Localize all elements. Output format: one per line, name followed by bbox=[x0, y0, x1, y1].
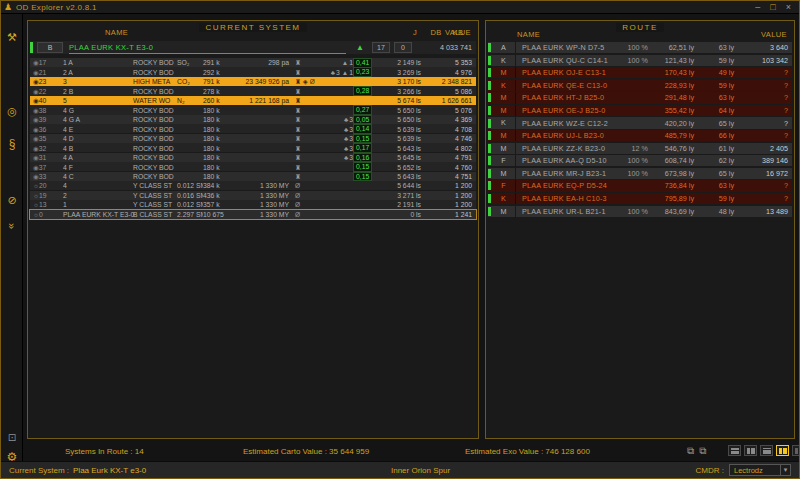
body-temperature: 291 k bbox=[203, 58, 235, 67]
body-id: ◉39 bbox=[33, 115, 63, 124]
body-row[interactable]: ☼13 1 Y CLASS ST 0.012 SM 357 k 1 330 MY… bbox=[30, 200, 476, 209]
body-temperature: 436 k bbox=[203, 191, 235, 200]
route-headers: NAME VALUE bbox=[487, 30, 793, 40]
body-row[interactable]: ◉32 4 B ROCKY BOD 180 k ♜♣3 0,17 5 643 l… bbox=[30, 143, 476, 152]
route-star-class: K bbox=[492, 80, 516, 91]
body-distance: 5 639 ls bbox=[381, 125, 427, 134]
export-icon[interactable]: ⧉ bbox=[687, 445, 694, 457]
route-star-class: M bbox=[492, 206, 516, 217]
body-name: 3 bbox=[63, 77, 133, 86]
current-system-headers: NAME J DB KB VALUE bbox=[29, 28, 477, 38]
route-row[interactable]: M PLAA EURK ZZ-K B23-0 12 % 546,76 ly 61… bbox=[488, 143, 792, 154]
cmdr-select[interactable]: Lectrodz ▾ bbox=[729, 464, 791, 476]
current-system-panel: CURRENT SYSTEM NAME J DB KB VALUE B PLAA… bbox=[27, 20, 479, 439]
body-distance: 5 643 ls bbox=[381, 144, 427, 153]
route-row[interactable]: F PLAA EURK AA-Q D5-10 100 % 608,74 ly 6… bbox=[488, 155, 792, 166]
body-id-number: 39 bbox=[39, 116, 47, 123]
body-row[interactable]: ◉31 4 A ROCKY BOD 180 k ♜♣3 0,16 5 645 l… bbox=[30, 153, 476, 162]
body-gravity: 0,15 bbox=[353, 172, 372, 182]
body-row[interactable]: ☼20 4 Y CLASS ST 0.012 SM 384 k 1 330 MY… bbox=[30, 181, 476, 190]
close-icon[interactable]: × bbox=[786, 1, 791, 14]
bio-signals: ♣3 bbox=[344, 134, 353, 143]
route-system-name: PLAA EURK EA-H C10-3 bbox=[516, 193, 604, 204]
pickaxe-icon[interactable]: ⚒ bbox=[1, 30, 23, 44]
route-distance: 170,43 ly bbox=[652, 67, 698, 78]
body-row[interactable]: ◉40 5 WATER WO N₂ 260 k 1 221 168 pa ♜ 5… bbox=[30, 96, 476, 105]
dna-icon[interactable]: § bbox=[1, 137, 23, 151]
body-atmosphere: SO₂ bbox=[177, 58, 203, 67]
body-row[interactable]: ◉23 3 HIGH META CO₂ 791 k 23 349 926 pa … bbox=[30, 77, 476, 86]
gravity-value: 0,14 bbox=[353, 124, 372, 134]
bio-icon: ♣ bbox=[344, 115, 348, 124]
route-row[interactable]: F PLAA EURK EQ-P D5-24 736,84 ly 63 ly ? bbox=[488, 180, 792, 191]
route-row[interactable]: K PLAA EURK WZ-E C12-2 420,20 ly 65 ly ? bbox=[488, 117, 792, 128]
body-row[interactable]: ◉17 1 A ROCKY BOD SO₂ 291 k 298 pa ♜▲1 0… bbox=[30, 58, 476, 67]
route-system-name: PLAA EURK UR-L B21-1 bbox=[516, 206, 604, 217]
route-row[interactable]: A PLAA EURK WP-N D7-5 100 % 62,51 ly 63 … bbox=[488, 42, 792, 53]
route-row[interactable]: M PLAA EURK HT-J B25-0 291,48 ly 63 ly ? bbox=[488, 92, 792, 103]
layout-button-columns[interactable] bbox=[744, 445, 757, 456]
gravity-value: 0,17 bbox=[353, 143, 372, 153]
layout-button-rows-alt[interactable] bbox=[760, 445, 773, 456]
route-row[interactable]: M PLAA EURK MR-J B23-1 100 % 673,98 ly 6… bbox=[488, 168, 792, 179]
body-distance: 5 674 ls bbox=[381, 96, 427, 105]
body-flags: ♜ bbox=[295, 172, 353, 181]
minimize-icon[interactable]: – bbox=[755, 1, 760, 14]
route-row[interactable]: M PLAA EURK OE-J B25-0 355,42 ly 64 ly ? bbox=[488, 105, 792, 116]
body-name: 4 G bbox=[63, 106, 133, 115]
layout-button-rows[interactable] bbox=[728, 445, 741, 456]
route-value: 2 405 bbox=[738, 143, 792, 154]
route-scan-percent: 100 % bbox=[604, 155, 652, 166]
body-distance: 5 652 ls bbox=[381, 163, 427, 172]
body-distance: 2 149 ls bbox=[381, 58, 427, 67]
layout-button-columns-right[interactable] bbox=[792, 445, 800, 456]
route-row[interactable]: K PLAA EURK EA-H C10-3 795,89 ly 59 ly ? bbox=[488, 193, 792, 204]
body-row[interactable]: ◉37 4 F ROCKY BOD 180 k ♜ 0,15 5 652 ls … bbox=[30, 162, 476, 171]
route-row[interactable]: K PLAA EURK QE-E C13-0 228,93 ly 59 ly ? bbox=[488, 80, 792, 91]
import-icon[interactable]: ⧉ bbox=[699, 445, 706, 457]
route-row[interactable]: M PLAA EURK OJ-E C13-1 170,43 ly 49 ly ? bbox=[488, 67, 792, 78]
route-system-name: PLAA EURK QE-E C13-0 bbox=[516, 80, 604, 91]
route-row[interactable]: M PLAA EURK UJ-L B23-0 485,79 ly 66 ly ? bbox=[488, 130, 792, 141]
layout-button-columns-active[interactable] bbox=[776, 445, 789, 456]
body-row[interactable]: ◉38 4 G ROCKY BOD 180 k ♜ 0,27 5 650 ls … bbox=[30, 105, 476, 114]
chevrons-icon[interactable]: » bbox=[5, 215, 19, 237]
body-row[interactable]: ◉39 4 G A ROCKY BOD 180 k ♜♣3 0,05 5 650… bbox=[30, 115, 476, 124]
body-distance: 5 645 ls bbox=[381, 153, 427, 162]
body-row[interactable]: ◉21 2 A ROCKY BOD 292 k ♜♣3▲1 0,23 3 269… bbox=[30, 67, 476, 76]
body-row[interactable]: ☼0 PLAA EURK KX-T E3-0 B CLASS ST 2.297 … bbox=[30, 210, 476, 219]
route-status-bar bbox=[488, 207, 491, 216]
layout-toggle-group bbox=[728, 445, 800, 456]
body-value: 4 746 bbox=[427, 134, 476, 143]
route-row[interactable]: K PLAA EURK QU-C C14-1 100 % 121,43 ly 5… bbox=[488, 55, 792, 66]
body-id-number: 20 bbox=[39, 182, 47, 189]
body-row[interactable]: ☼19 2 Y CLASS ST 0.016 SM 436 k 1 330 MY… bbox=[30, 191, 476, 200]
route-system-name: PLAA EURK MR-J B23-1 bbox=[516, 168, 604, 179]
route-value: ? bbox=[738, 130, 792, 141]
exclude-icon[interactable]: ⊘ bbox=[1, 193, 23, 207]
body-row[interactable]: ◉33 4 C ROCKY BOD 180 k ♜ 0,15 5 643 ls … bbox=[30, 172, 476, 181]
body-value: 4 369 bbox=[427, 115, 476, 124]
app-window: ♟ OD Explorer v2.0.8.1 – □ × ⚒◎§⊘»⊡ ⚙ CU… bbox=[0, 0, 800, 479]
route-system-name: PLAA EURK UJ-L B23-0 bbox=[516, 130, 604, 141]
body-temperature: 180 k bbox=[203, 115, 235, 124]
body-row[interactable]: ◉35 4 D ROCKY BOD 180 k ♜♣3 0,15 5 639 l… bbox=[30, 134, 476, 143]
body-row[interactable]: ◉36 4 E ROCKY BOD 180 k ♜♣3 0,14 5 639 l… bbox=[30, 124, 476, 133]
route-scan-percent: 100 % bbox=[604, 168, 652, 179]
srv-icon: ♜ bbox=[295, 77, 301, 86]
mapped-icon: ◈ bbox=[303, 77, 308, 86]
ring-icon: Ø bbox=[310, 77, 315, 86]
scanner-icon[interactable]: ◎ bbox=[1, 104, 23, 118]
body-row[interactable]: ◉22 2 B ROCKY BOD 278 k ♜ 0,28 3 266 ls … bbox=[30, 86, 476, 95]
bio-icon: ♣ bbox=[344, 125, 348, 134]
route-star-class: M bbox=[492, 130, 516, 141]
body-type: HIGH META bbox=[133, 77, 177, 86]
maximize-icon[interactable]: □ bbox=[770, 1, 775, 14]
body-temperature: 180 k bbox=[203, 134, 235, 143]
body-id-number: 40 bbox=[39, 97, 47, 104]
body-type: ROCKY BOD bbox=[133, 125, 177, 134]
route-row[interactable]: M PLAA EURK UR-L B21-1 100 % 843,69 ly 4… bbox=[488, 206, 792, 217]
body-id: ◉38 bbox=[33, 106, 63, 115]
system-row[interactable]: B PLAA EURK KX-T E3-0 ▲ 17 0 4 033 741 bbox=[30, 41, 476, 54]
body-distance: 5 644 ls bbox=[381, 181, 427, 190]
